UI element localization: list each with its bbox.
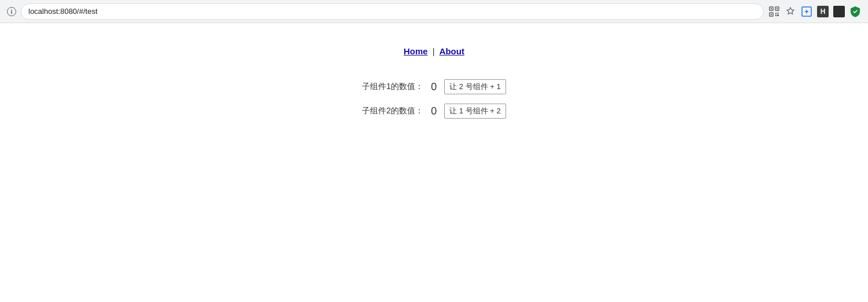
component2-button[interactable]: 让 1 号组件 + 2 [444, 104, 506, 119]
dark-extension-icon[interactable] [833, 6, 845, 17]
component1-button[interactable]: 让 2 号组件 + 1 [444, 79, 506, 94]
svg-rect-7 [777, 13, 779, 14]
nav-bar: Home | About [404, 46, 464, 56]
qr-code-icon[interactable] [768, 6, 780, 17]
shield-icon[interactable] [849, 6, 861, 17]
component1-row: 子组件1的数值： 0 让 2 号组件 + 1 [362, 79, 506, 94]
browser-bar: i localhost:8080/#/test [0, 0, 868, 23]
about-link[interactable]: About [440, 46, 464, 56]
svg-rect-4 [777, 8, 778, 9]
component1-value: 0 [428, 81, 440, 93]
bookmark-star-icon[interactable] [785, 6, 796, 17]
url-text: localhost:8080/#/test [28, 7, 97, 16]
component2-label: 子组件2的数值： [362, 106, 423, 116]
info-icon: i [7, 7, 16, 16]
svg-rect-5 [771, 14, 772, 15]
address-bar[interactable]: localhost:8080/#/test [21, 3, 764, 20]
history-icon[interactable]: H [817, 6, 829, 17]
nav-separator: | [433, 46, 435, 56]
component2-value: 0 [428, 105, 440, 117]
page-content: Home | About 子组件1的数值： 0 让 2 号组件 + 1 子组件2… [0, 23, 868, 142]
component1-label: 子组件1的数值： [362, 82, 423, 92]
svg-rect-8 [775, 14, 777, 16]
svg-rect-9 [777, 14, 779, 16]
component2-row: 子组件2的数值： 0 让 1 号组件 + 2 [362, 104, 506, 119]
svg-rect-6 [775, 13, 777, 14]
components-area: 子组件1的数值： 0 让 2 号组件 + 1 子组件2的数值： 0 让 1 号组… [362, 79, 506, 119]
svg-rect-3 [771, 8, 772, 9]
extension-icon[interactable] [801, 6, 812, 17]
home-link[interactable]: Home [404, 46, 428, 56]
browser-actions: H [768, 6, 861, 17]
